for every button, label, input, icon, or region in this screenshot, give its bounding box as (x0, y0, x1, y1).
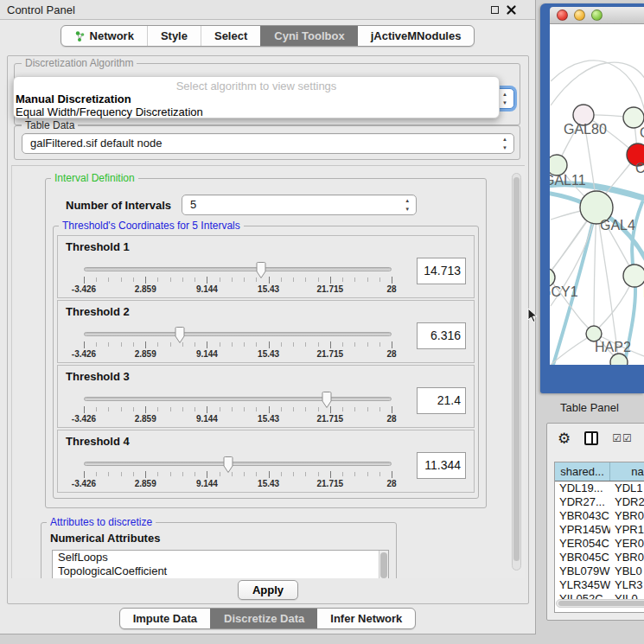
threshold-value-field[interactable]: 14.713 (417, 258, 466, 284)
algorithm-dropdown-popup: Select algorithm to view settings Manual… (13, 76, 500, 118)
node-label: G (640, 125, 644, 140)
tab-impute-data[interactable]: Impute Data (120, 609, 210, 628)
tab-cyni-toolbox[interactable]: Cyni Toolbox (260, 26, 357, 46)
threshold-row: Threshold 2-3.4262.8599.14415.4321.71528… (57, 300, 475, 363)
table-data-title: Table Data (22, 119, 78, 131)
slider-ticks (84, 471, 392, 479)
tab-select[interactable]: Select (201, 26, 260, 46)
threshold-label: Threshold 2 (66, 305, 130, 318)
network-window-titlebar (550, 7, 644, 24)
tab-jactivemnodules[interactable]: jActiveMNodules (358, 26, 475, 46)
table-row[interactable]: YLR345WYLR3 (555, 578, 644, 592)
thresholds-group: Threshold's Coordinates for 5 Intervals … (53, 226, 479, 499)
table-cell: YBL079W (555, 564, 610, 578)
table-panel-title: Table Panel (560, 401, 619, 414)
interval-definition-title: Interval Definition (51, 172, 138, 184)
tab-infer-network[interactable]: Infer Network (317, 609, 415, 628)
panel-title: Control Panel (7, 3, 491, 16)
float-panel-icon[interactable] (491, 6, 499, 14)
threshold-slider[interactable] (84, 267, 392, 271)
gear-icon[interactable]: ⚙ (558, 431, 571, 446)
column-header[interactable]: na (610, 462, 644, 481)
cyni-toolbox-pane: Discretization Algorithm ▲▼ Table Data g… (7, 55, 529, 604)
table-row[interactable]: YBL079WYBL0 (555, 564, 644, 578)
threshold-value-field[interactable]: 11.344 (417, 452, 466, 479)
slider-tick-labels: -3.4262.8599.14415.4321.71528 (84, 284, 392, 295)
node-table[interactable]: shared...na YDL19...YDL1YDR27...YDR2YBR0… (554, 462, 644, 613)
dropdown-item[interactable]: Manual Discretization (14, 92, 499, 105)
threshold-row: Threshold 4-3.4262.8599.14415.4321.71528… (57, 430, 475, 493)
table-cell: YLR3 (610, 578, 644, 592)
threshold-slider[interactable] (84, 397, 392, 401)
table-row[interactable]: YER054CYER0 (555, 537, 644, 551)
threshold-label: Threshold 1 (66, 240, 130, 253)
table-row[interactable]: YBR043CYBR0 (555, 509, 644, 523)
settings-scrollbar[interactable] (512, 173, 521, 571)
interval-definition-group: Interval Definition Number of Intervals … (45, 178, 487, 508)
attributes-listbox[interactable]: SelfLoopsTopologicalCoefficientBetweenne… (52, 550, 389, 578)
network-view-window: GAL80GCGAL11GAL4GCY1HHAP2 (540, 3, 644, 393)
table-cell: YBR0 (610, 551, 644, 564)
table-cell: YER0 (610, 537, 644, 551)
node-label: GAL4 (600, 218, 635, 233)
table-row[interactable]: YDR27...YDR2 (555, 495, 644, 509)
threshold-slider[interactable] (84, 462, 392, 466)
table-panel-toolbar: ⚙ ☑☑ (547, 424, 644, 453)
table-data-combobox[interactable]: galFiltered.sif default node ▲▼ (22, 133, 514, 154)
apply-button[interactable]: Apply (238, 580, 298, 600)
attributes-group-title: Attributes to discretize (47, 516, 156, 528)
zoom-window-icon[interactable] (591, 10, 603, 21)
threshold-value-field[interactable]: 21.4 (417, 387, 466, 414)
threshold-slider[interactable] (84, 332, 392, 336)
network-node[interactable] (623, 265, 644, 287)
tab-network[interactable]: Network (61, 26, 147, 46)
top-tabbar: NetworkStyleSelectCyni ToolboxjActiveMNo… (61, 25, 475, 47)
table-cell: YDL19... (555, 481, 610, 495)
threshold-value-field[interactable]: 6.316 (417, 322, 466, 349)
slider-tick-labels: -3.4262.8599.14415.4321.71528 (84, 349, 392, 360)
tab-style[interactable]: Style (147, 26, 201, 46)
table-panel: ⚙ ☑☑ shared...na YDL19...YDL1YDR27...YDR… (546, 423, 644, 621)
table-row[interactable]: YBR045CYBR0 (555, 551, 644, 564)
table-data-value: galFiltered.sif default node (30, 137, 162, 150)
table-cell: YDR27... (555, 495, 610, 509)
slider-tick-labels: -3.4262.8599.14415.4321.71528 (84, 479, 392, 489)
slider-ticks (84, 277, 392, 284)
num-intervals-label: Number of Intervals (66, 199, 171, 212)
thresholds-group-title: Threshold's Coordinates for 5 Intervals (59, 220, 244, 232)
dropdown-item[interactable]: Equal Width/Frequency Discretization (14, 105, 499, 118)
dropdown-hint: Select algorithm to view settings (14, 80, 499, 92)
network-edge[interactable] (551, 62, 644, 105)
table-cell: YBR045C (555, 551, 610, 564)
table-cell: YER054C (555, 537, 610, 551)
close-window-icon[interactable] (557, 10, 568, 21)
attribute-list-item[interactable]: SelfLoops (53, 551, 388, 564)
network-icon (74, 30, 86, 42)
table-row[interactable]: YDL19...YDL1 (555, 481, 644, 495)
network-edge[interactable] (594, 207, 596, 333)
table-hscrollbar[interactable] (556, 599, 644, 608)
minimize-window-icon[interactable] (574, 10, 585, 21)
node-label: GCY1 (550, 284, 578, 299)
num-intervals-combobox[interactable]: 5 ▲▼ (182, 194, 417, 215)
table-cell: YBL0 (610, 564, 644, 578)
table-row[interactable]: YPR145WYPR1 (555, 523, 644, 537)
tab-discretize-data[interactable]: Discretize Data (210, 609, 317, 628)
network-node[interactable] (610, 354, 628, 365)
close-icon[interactable] (507, 5, 516, 15)
node-label: C (635, 161, 644, 175)
attributes-group: Attributes to discretize Numerical Attri… (41, 522, 397, 578)
node-label: HAP2 (595, 340, 631, 354)
combo-arrows-icon: ▲▼ (502, 90, 507, 107)
list-scrollbar[interactable] (379, 551, 388, 578)
threshold-label: Threshold 3 (66, 370, 130, 383)
control-panel-titlebar: Control Panel (0, 0, 535, 20)
num-intervals-value: 5 (190, 198, 196, 211)
column-header[interactable]: shared... (555, 462, 610, 481)
attribute-list-item[interactable]: TopologicalCoefficient (53, 564, 388, 578)
checkbox-icons[interactable]: ☑☑ (612, 432, 633, 444)
table-cell: YBR0 (610, 509, 644, 523)
network-canvas[interactable]: GAL80GCGAL11GAL4GCY1HHAP2 (550, 24, 644, 365)
threshold-label: Threshold 4 (66, 435, 130, 448)
columns-icon[interactable] (584, 431, 598, 445)
